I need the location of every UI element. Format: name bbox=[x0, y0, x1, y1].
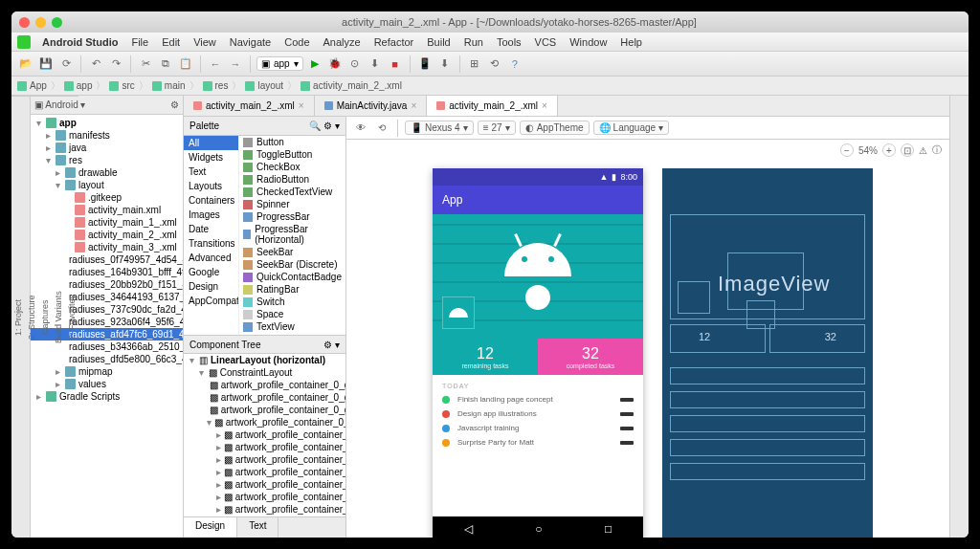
save-icon[interactable]: 💾 bbox=[37, 55, 55, 73]
copy-icon[interactable]: ⧉ bbox=[157, 55, 174, 73]
orientation-icon[interactable]: ⟲ bbox=[373, 120, 390, 137]
component-row[interactable]: ▸▩ artwork_profile_container_0_ bbox=[184, 478, 345, 491]
menu-tools[interactable]: Tools bbox=[491, 36, 527, 48]
component-row[interactable]: ▩ artwork_profile_container_0_guideli bbox=[184, 391, 345, 404]
tab-text[interactable]: Text bbox=[237, 517, 278, 538]
palette-category[interactable]: Advanced bbox=[184, 251, 238, 265]
stop-icon[interactable]: ■ bbox=[387, 55, 404, 73]
palette-categories[interactable]: AllWidgetsTextLayoutsContainersImagesDat… bbox=[184, 136, 239, 335]
component-row[interactable]: ▩ artwork_profile_container_0_guideli bbox=[184, 379, 345, 391]
palette-category[interactable]: Date bbox=[184, 222, 238, 236]
breadcrumb-item[interactable]: App bbox=[17, 80, 47, 91]
palette-category[interactable]: AppCompat bbox=[184, 294, 238, 308]
menu-edit[interactable]: Edit bbox=[156, 36, 186, 48]
palette-item[interactable]: ProgressBar (Horizontal) bbox=[239, 223, 345, 246]
open-icon[interactable]: 📂 bbox=[17, 55, 34, 73]
refresh-icon[interactable]: ⟳ bbox=[57, 55, 75, 73]
paste-icon[interactable]: 📋 bbox=[177, 55, 194, 73]
component-tree[interactable]: ▾▥ LinearLayout (horizontal)▾▩ Constrain… bbox=[184, 354, 345, 516]
palette-item[interactable]: Button bbox=[239, 136, 345, 148]
menu-refactor[interactable]: Refactor bbox=[368, 36, 420, 48]
breadcrumb-item[interactable]: app bbox=[64, 80, 93, 91]
design-preview[interactable]: ▲▮8:00 App 12rema bbox=[433, 168, 643, 538]
gutter-captures[interactable]: Captures bbox=[38, 96, 52, 538]
breadcrumb-item[interactable]: layout bbox=[245, 80, 283, 91]
palette-items[interactable]: ButtonToggleButtonCheckBoxRadioButtonChe… bbox=[239, 136, 345, 335]
gutter-favorites[interactable]: 2: Favorites bbox=[65, 96, 78, 538]
breadcrumb-item[interactable]: activity_main_2_.xml bbox=[301, 80, 402, 91]
forward-icon[interactable]: → bbox=[227, 55, 244, 73]
gutter-build-variants[interactable]: Build Variants bbox=[52, 96, 65, 538]
sdk-icon[interactable]: ⬇ bbox=[436, 55, 454, 73]
palette-item[interactable]: SeekBar bbox=[239, 246, 345, 258]
palette-item[interactable]: RatingBar bbox=[239, 283, 345, 296]
maximize-icon[interactable] bbox=[52, 17, 62, 28]
palette-category[interactable]: Transitions bbox=[184, 236, 238, 251]
component-row[interactable]: ▸▩ artwork_profile_container_0_ bbox=[184, 503, 345, 516]
avd-icon[interactable]: 📱 bbox=[416, 55, 434, 73]
component-row[interactable]: ▸▩ artwork_profile_container_0_ bbox=[184, 466, 345, 478]
minimize-icon[interactable] bbox=[35, 17, 46, 28]
blueprint-preview[interactable]: ImageView 12 32 bbox=[662, 168, 873, 538]
back-icon[interactable]: ← bbox=[207, 55, 224, 73]
close-icon[interactable]: × bbox=[299, 100, 304, 111]
editor-tab[interactable]: activity_main_2_.xml × bbox=[427, 96, 558, 116]
gutter-project[interactable]: 1: Project bbox=[11, 96, 25, 538]
menu-file[interactable]: File bbox=[125, 36, 154, 48]
redo-icon[interactable]: ↷ bbox=[107, 55, 124, 73]
component-row[interactable]: ▾▩ artwork_profile_container_0_93beb bbox=[184, 416, 345, 428]
structure-icon[interactable]: ⊞ bbox=[466, 55, 483, 73]
component-row[interactable]: ▾▥ LinearLayout (horizontal) bbox=[184, 354, 345, 366]
menu-window[interactable]: Window bbox=[564, 36, 612, 48]
palette-item[interactable]: ProgressBar bbox=[239, 210, 345, 223]
debug-icon[interactable]: 🐞 bbox=[326, 55, 344, 73]
theme-selector[interactable]: ◐ AppTheme bbox=[520, 121, 590, 135]
palette-item[interactable]: CheckBox bbox=[239, 161, 345, 173]
palette-item[interactable]: Spinner bbox=[239, 198, 345, 210]
palette-category[interactable]: Images bbox=[184, 208, 238, 222]
zoom-fit-icon[interactable]: ⊡ bbox=[901, 143, 914, 157]
menu-view[interactable]: View bbox=[188, 36, 222, 48]
palette-category[interactable]: Text bbox=[184, 165, 238, 179]
help-icon[interactable]: ? bbox=[506, 55, 523, 73]
zoom-out-icon[interactable]: − bbox=[840, 143, 854, 157]
attach-icon[interactable]: ⬇ bbox=[367, 55, 384, 73]
info-icon[interactable]: ⓘ bbox=[932, 143, 942, 157]
language-selector[interactable]: 🌐 Language ▾ bbox=[593, 121, 670, 135]
palette-item[interactable]: CheckedTextView bbox=[239, 186, 345, 198]
palette-item[interactable]: Space bbox=[239, 308, 345, 320]
search-icon[interactable]: 🔍 bbox=[309, 121, 321, 131]
cut-icon[interactable]: ✂ bbox=[137, 55, 154, 73]
run-icon[interactable]: ▶ bbox=[306, 55, 323, 73]
gear-icon[interactable]: ⚙ ▾ bbox=[323, 121, 340, 131]
warning-icon[interactable]: ⚠ bbox=[919, 145, 927, 156]
component-row[interactable]: ▸▩ artwork_profile_container_0_row bbox=[184, 441, 345, 453]
breadcrumb-item[interactable]: res bbox=[203, 80, 229, 91]
gear-icon[interactable]: ⚙ ▾ bbox=[323, 340, 340, 350]
close-icon[interactable]: × bbox=[542, 100, 547, 111]
component-row[interactable]: ▸▩ artwork_profile_container_0_ bbox=[184, 491, 345, 503]
palette-item[interactable]: Switch bbox=[239, 296, 345, 308]
palette-category[interactable]: Layouts bbox=[184, 179, 238, 193]
palette-item[interactable]: SeekBar (Discrete) bbox=[239, 258, 345, 271]
menu-build[interactable]: Build bbox=[421, 36, 456, 48]
menu-run[interactable]: Run bbox=[458, 36, 489, 48]
component-row[interactable]: ▸▩ artwork_profile_container_0_row bbox=[184, 453, 345, 466]
menu-vcs[interactable]: VCS bbox=[529, 36, 563, 48]
close-icon[interactable] bbox=[19, 17, 30, 28]
breadcrumb-item[interactable]: main bbox=[152, 80, 186, 91]
device-selector[interactable]: 📱 Nexus 4 ▾ bbox=[405, 121, 474, 135]
palette-category[interactable]: Widgets bbox=[184, 150, 238, 165]
palette-item[interactable]: TextView bbox=[239, 320, 345, 333]
palette-category[interactable]: Containers bbox=[184, 193, 238, 208]
component-row[interactable]: ▸▩ artwork_profile_container_0_row bbox=[184, 428, 345, 441]
palette-category[interactable]: Google bbox=[184, 265, 238, 279]
component-row[interactable]: ▩ artwork_profile_container_0_guideli bbox=[184, 404, 345, 416]
menu-navigate[interactable]: Navigate bbox=[224, 36, 277, 48]
component-row[interactable]: ▾▩ ConstraintLayout bbox=[184, 366, 345, 379]
palette-category[interactable]: Design bbox=[184, 279, 238, 294]
sync-icon[interactable]: ⟲ bbox=[486, 55, 503, 73]
breadcrumb-item[interactable]: src bbox=[109, 80, 134, 91]
palette-item[interactable]: QuickContactBadge bbox=[239, 271, 345, 283]
gear-icon[interactable]: ⚙ bbox=[170, 99, 179, 110]
